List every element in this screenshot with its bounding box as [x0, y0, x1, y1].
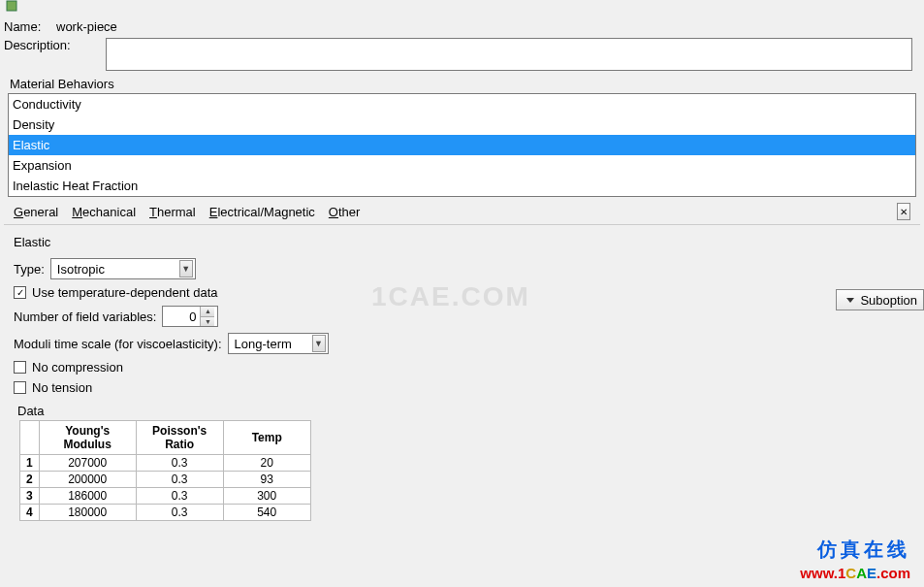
menu-other[interactable]: Other: [329, 205, 361, 219]
behavior-menu-bar: General Mechanical Thermal Electrical/Ma…: [4, 197, 920, 225]
no-compression-checkbox[interactable]: [14, 361, 26, 374]
behavior-item-inelastic-heat[interactable]: Inelastic Heat Fraction: [9, 176, 915, 196]
description-input[interactable]: [106, 38, 912, 71]
table-row[interactable]: 3 186000 0.3 300: [20, 488, 311, 505]
cell-ym[interactable]: 207000: [39, 455, 136, 472]
table-row[interactable]: 4 180000 0.3 540: [20, 505, 311, 521]
cell-temp[interactable]: 93: [223, 472, 310, 488]
data-label: Data: [12, 404, 916, 418]
col-header-temp[interactable]: Temp: [223, 421, 310, 455]
material-behaviors-list[interactable]: Conductivity Density Elastic Expansion I…: [8, 93, 916, 197]
spinner-up-icon[interactable]: ▲: [201, 307, 214, 317]
no-compression-label: No compression: [32, 360, 123, 375]
table-row[interactable]: 2 200000 0.3 93: [20, 472, 311, 488]
spinner-down-icon[interactable]: ▼: [201, 317, 214, 327]
cell-pr[interactable]: 0.3: [136, 455, 223, 472]
moduli-label: Moduli time scale (for viscoelasticity):: [14, 337, 222, 351]
menu-electrical[interactable]: Electrical/Magnetic: [209, 205, 315, 219]
title-bar: [0, 0, 924, 12]
row-number: 1: [20, 455, 40, 472]
type-label: Type:: [14, 262, 45, 277]
type-dropdown-value: Isotropic: [57, 262, 179, 277]
table-corner: [20, 421, 40, 455]
no-tension-label: No tension: [32, 380, 92, 395]
type-dropdown[interactable]: Isotropic ▼: [50, 258, 196, 279]
menu-mechanical[interactable]: Mechanical: [72, 205, 136, 219]
behavior-item-density[interactable]: Density: [9, 114, 915, 135]
cell-temp[interactable]: 20: [223, 455, 310, 472]
cell-pr[interactable]: 0.3: [136, 472, 223, 488]
description-label: Description:: [4, 38, 71, 52]
cell-pr[interactable]: 0.3: [136, 488, 223, 505]
behavior-item-expansion[interactable]: Expansion: [9, 155, 915, 176]
moduli-dropdown[interactable]: Long-term ▼: [228, 333, 329, 354]
cell-ym[interactable]: 200000: [39, 472, 136, 488]
col-header-youngs-modulus[interactable]: Young's Modulus: [39, 421, 136, 455]
data-table[interactable]: Young's Modulus Poisson's Ratio Temp 1 2…: [19, 420, 311, 521]
use-temp-label: Use temperature-dependent data: [32, 285, 218, 300]
elastic-section-label: Elastic: [4, 225, 920, 255]
cell-ym[interactable]: 180000: [39, 505, 136, 521]
menu-general[interactable]: General: [14, 205, 58, 219]
cell-temp[interactable]: 300: [223, 488, 310, 505]
table-row[interactable]: 1 207000 0.3 20: [20, 455, 311, 472]
app-icon: [6, 0, 17, 12]
chevron-down-icon: ▼: [312, 335, 326, 352]
no-tension-checkbox[interactable]: [14, 381, 26, 394]
suboptions-label: Suboption: [860, 293, 917, 308]
use-temp-checkbox[interactable]: [14, 286, 26, 299]
chevron-down-icon: ▼: [179, 260, 193, 277]
suboptions-button[interactable]: Suboption: [836, 289, 924, 310]
name-value: work-piece: [54, 19, 117, 34]
cell-temp[interactable]: 540: [223, 505, 310, 521]
triangle-down-icon: [846, 298, 854, 303]
watermark-cn: 仿真在线: [800, 537, 910, 563]
cell-pr[interactable]: 0.3: [136, 505, 223, 521]
name-label: Name:: [4, 19, 48, 34]
watermark-url: www.1CAE.com: [800, 565, 910, 581]
cell-ym[interactable]: 186000: [39, 488, 136, 505]
behavior-item-elastic[interactable]: Elastic: [9, 135, 915, 155]
field-vars-label: Number of field variables:: [14, 310, 156, 324]
row-number: 4: [20, 505, 40, 521]
field-vars-spinner[interactable]: ▲ ▼: [162, 306, 218, 327]
moduli-dropdown-value: Long-term: [235, 337, 312, 351]
watermark-footer: 仿真在线 www.1CAE.com: [800, 537, 910, 581]
menu-thermal[interactable]: Thermal: [149, 205, 196, 219]
delete-behavior-button[interactable]: ✕: [897, 203, 910, 220]
svg-rect-0: [7, 1, 16, 11]
delete-icon: ✕: [900, 207, 908, 217]
field-vars-input[interactable]: [163, 307, 200, 326]
row-number: 2: [20, 472, 40, 488]
row-number: 3: [20, 488, 40, 505]
col-header-poissons-ratio[interactable]: Poisson's Ratio: [136, 421, 223, 455]
behavior-item-conductivity[interactable]: Conductivity: [9, 94, 915, 114]
material-behaviors-label: Material Behaviors: [4, 77, 920, 91]
